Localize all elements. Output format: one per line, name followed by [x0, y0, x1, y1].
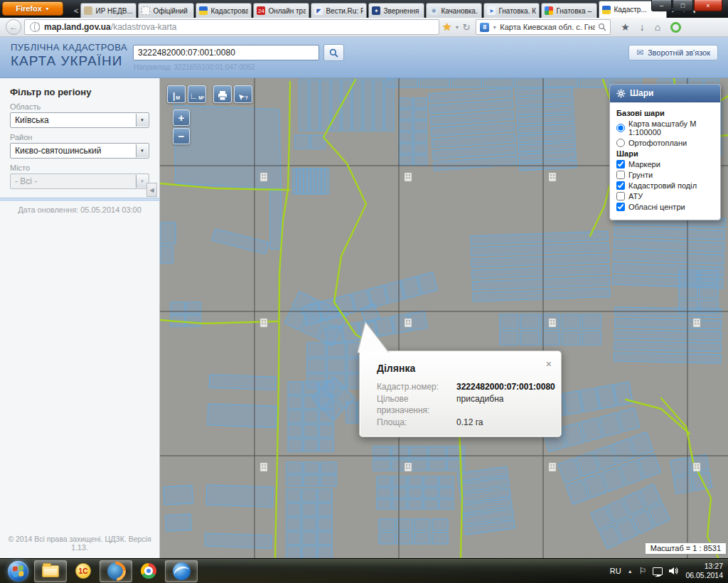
- layer-label: Обласні центри: [628, 203, 685, 211]
- start-orb-icon[interactable]: [8, 561, 28, 582]
- base-layer-option[interactable]: Ортофотоплани: [616, 139, 714, 147]
- language-indicator[interactable]: RU: [610, 567, 621, 575]
- checkbox[interactable]: [616, 181, 625, 190]
- checkbox[interactable]: [616, 192, 625, 200]
- firefox-menu-button[interactable]: Firefox ▼: [2, 1, 63, 16]
- layer-option[interactable]: АТУ: [616, 192, 714, 200]
- zoom-controls: + −: [173, 109, 190, 146]
- field-label: Область: [10, 102, 149, 111]
- select-район[interactable]: Києво-святошинський▼: [10, 143, 149, 159]
- tab[interactable]: ❋Качановка. ...: [426, 3, 482, 18]
- popup-close-icon[interactable]: ×: [546, 359, 552, 369]
- clock[interactable]: 13:27 06.05.2014: [685, 562, 724, 580]
- radio-button[interactable]: [616, 139, 625, 147]
- cadastral-search-input[interactable]: [133, 45, 319, 60]
- chevron-down-icon[interactable]: ▼: [136, 114, 148, 127]
- tab-scroll-left-icon[interactable]: <: [74, 6, 78, 15]
- layers-list: МаркериГрунтиКадастровий поділАТУОбласні…: [616, 160, 714, 211]
- select-область[interactable]: Київська▼: [10, 112, 149, 128]
- close-button[interactable]: ×: [694, 0, 722, 11]
- clock-date: 06.05.2014: [685, 571, 723, 580]
- google-earth-taskbar-icon[interactable]: [165, 560, 198, 582]
- site-title-line2: КАРТА УКРАЇНИ: [11, 53, 127, 69]
- layers-panel-header[interactable]: Шари: [610, 85, 720, 102]
- layer-option[interactable]: Маркери: [616, 160, 714, 169]
- action-center-flag-icon[interactable]: ⚐: [639, 566, 647, 576]
- search-hint: Наприклад: 3221655100:01:047:0052: [134, 63, 255, 71]
- tab-title: Качановка. ...: [441, 7, 478, 15]
- tab-favicon: 24: [257, 6, 265, 15]
- search-engine-bar[interactable]: 8 ▼ Карта Киевская обл. с. Гнатовка: [476, 19, 611, 35]
- feedback-button[interactable]: ✉ Зворотній зв'язок: [628, 45, 718, 60]
- measure-area-button[interactable]: ∟М²: [188, 85, 206, 103]
- tray-expand-icon[interactable]: ▲: [628, 569, 633, 574]
- tab[interactable]: 24Онлайн тра...: [253, 3, 309, 18]
- network-icon[interactable]: [653, 567, 663, 575]
- chrome-taskbar-icon[interactable]: [135, 560, 162, 582]
- search-engine-icon[interactable]: 8: [480, 23, 489, 32]
- download-icon[interactable]: ↓: [640, 21, 645, 33]
- envelope-icon: ✉: [636, 48, 643, 58]
- tab-title: Кадастр...: [614, 6, 655, 14]
- sidebar-divider: [0, 198, 159, 202]
- region-filter-sidebar: Фільтр по регіону ОбластьКиївська▼РайонК…: [0, 78, 160, 558]
- checkbox[interactable]: [616, 160, 625, 169]
- copyright: © 2014 Всі права захищені. ЦДЗК. Версія …: [0, 535, 159, 552]
- popup-row-label: Цільове призначення:: [377, 393, 456, 416]
- search-engine-query[interactable]: Карта Киевская обл. с. Гнатовка: [500, 23, 595, 31]
- tab-title: ИР НЕДВ...: [95, 7, 133, 15]
- cadastral-search-button[interactable]: [323, 44, 344, 61]
- reload-icon[interactable]: ↻: [462, 22, 470, 33]
- radio-button[interactable]: [616, 124, 625, 132]
- back-button[interactable]: ←: [6, 19, 21, 35]
- firefox-taskbar-icon[interactable]: [100, 560, 132, 582]
- layer-label: Маркери: [628, 160, 660, 169]
- print-button[interactable]: [213, 85, 232, 103]
- bookmark-caret-icon[interactable]: ▼: [454, 25, 459, 30]
- identify-button[interactable]: ➤?: [234, 85, 252, 103]
- bookmark-star-icon[interactable]: ★: [442, 21, 451, 33]
- bookmarks-panel-icon[interactable]: ★: [621, 21, 630, 33]
- search-icon[interactable]: [598, 23, 606, 31]
- minimize-button[interactable]: –: [651, 0, 672, 11]
- search-engine-caret-icon[interactable]: ▼: [492, 25, 497, 30]
- field-label: Місто: [10, 164, 149, 172]
- explorer-taskbar-icon[interactable]: [34, 560, 67, 582]
- ukraine-flag-favicon: [199, 6, 208, 15]
- 1c-taskbar-icon[interactable]: 1С: [70, 560, 97, 582]
- tab[interactable]: ➤Гнатовка. К...: [483, 3, 540, 18]
- layers-section-title: Шари: [616, 149, 714, 158]
- layer-option[interactable]: Кадастровий поділ: [616, 181, 714, 190]
- google-maps-favicon: [545, 6, 553, 15]
- checkbox[interactable]: [616, 171, 625, 179]
- evernote-clipper-icon[interactable]: [670, 22, 681, 33]
- checkbox[interactable]: [616, 203, 625, 211]
- popup-rows: Кадастр.номер:3222482000:07:001:0080Ціль…: [360, 381, 561, 428]
- home-icon[interactable]: ⌂: [655, 21, 660, 33]
- restore-button[interactable]: □: [673, 0, 693, 11]
- chevron-down-icon[interactable]: ▼: [136, 144, 148, 157]
- map-canvas[interactable]: |М∟М²➤? + − Шари Базові шари Карта масшт…: [160, 78, 728, 558]
- layer-option[interactable]: Обласні центри: [616, 203, 714, 211]
- tab[interactable]: Кадастрова...: [196, 3, 252, 18]
- tab[interactable]: ИР НЕДВ...: [80, 3, 136, 18]
- measure-length-button[interactable]: |М: [167, 85, 186, 103]
- zoom-out-button[interactable]: −: [173, 128, 190, 144]
- popup-row-value: присадибна: [456, 393, 503, 416]
- zoom-in-button[interactable]: +: [173, 109, 190, 126]
- layer-option[interactable]: Грунти: [616, 171, 714, 179]
- tab[interactable]: ◤Вести.Ru: Р...: [311, 3, 367, 18]
- popup-row: Цільове призначення:присадибна: [377, 393, 561, 416]
- base-layer-option[interactable]: Карта масштабу М 1:100000: [616, 119, 714, 137]
- chevron-down-icon: ▼: [45, 6, 50, 11]
- popup-row-value: 3222482000:07:001:0080: [456, 381, 555, 392]
- start-taskbar-icon[interactable]: [4, 560, 31, 582]
- speaker-icon[interactable]: [669, 567, 679, 575]
- parcel-info-popup: × Ділянка Кадастр.номер:3222482000:07:00…: [359, 351, 562, 437]
- sidebar-collapse-button[interactable]: ◀: [146, 183, 157, 197]
- tab[interactable]: Гнатовка – ...: [541, 3, 597, 18]
- tab[interactable]: Офіційний ...: [138, 3, 194, 18]
- base-layers-list: Карта масштабу М 1:100000Ортофотоплани: [616, 119, 714, 147]
- tab[interactable]: ✦Звернення ...: [368, 3, 424, 18]
- url-bar[interactable]: map.land.gov.ua/kadastrova-karta: [24, 19, 439, 35]
